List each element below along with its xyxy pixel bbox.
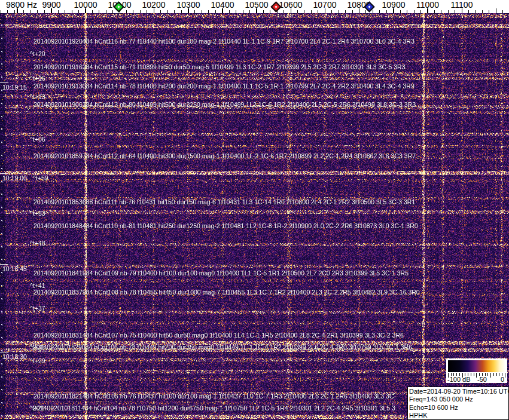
frequency-axis-ruler[interactable]: 9800 Hz990010000101001020010300104001050… — [0, 0, 509, 13]
info-observer-code: HPHK — [409, 412, 508, 419]
freq-axis-label: 10200 — [142, 0, 166, 10]
echo-log-line: 20140920101848484 hCnt110 nb-81 f10481 h… — [33, 223, 418, 229]
marker-center-dot — [275, 5, 277, 8]
info-frequency: Freq=143 050 000 Hz — [409, 396, 508, 403]
time-axis-label: 10:18:30 — [2, 354, 27, 360]
spectrogram-app-window: 9800 Hz990010000101001020010300104001050… — [0, 0, 509, 420]
spectrogram-waterfall[interactable] — [0, 13, 509, 420]
echo-log-line: 20140920101831484 hCnt107 nb-75 f10400 h… — [33, 332, 404, 339]
freq-axis-label: 11100 — [451, 0, 473, 10]
echo-log-line: 20140920101906284 hCnt113 nb-80 f10499 h… — [33, 102, 416, 108]
echo-time-marker: ^t+53 — [30, 210, 45, 217]
freq-axis-label: 10900 — [382, 0, 406, 10]
echo-log-line: 20140920101811484 hCnt104 nb-78 f10750 h… — [33, 405, 395, 412]
time-tick-line — [0, 173, 8, 174]
echo-log-line: 20140920101920484 hCnt116 nb-77 f10440 h… — [33, 38, 414, 45]
info-date-time: Date=2014-09-20 Time=10:16 UTC — [409, 388, 508, 396]
freq-axis-label: 10300 — [177, 0, 200, 10]
db-color-scale: -100 dB -50 0 — [446, 358, 507, 383]
time-tick-line — [0, 264, 8, 265]
echo-time-marker: ^t+06 — [30, 136, 45, 143]
freq-axis-label: 11000 — [416, 0, 439, 10]
echo-time-marker: ^t+48 — [30, 240, 45, 247]
echo-time-marker: ^t+29 — [30, 358, 45, 364]
colorbar-label-max: 0 — [501, 376, 504, 383]
marker-center-dot — [368, 5, 370, 8]
colorbar-gradient — [448, 360, 505, 372]
echo-log-line: 20140920101837984 hCnt108 nb-78 f10455 h… — [33, 289, 420, 296]
echo-log-line: 20140920101821484 hCnt105 nb-76 f10437 h… — [33, 393, 396, 400]
time-axis-label: 10:19:00 — [2, 175, 27, 182]
time-tick-line — [0, 82, 8, 83]
time-axis-label: 10:19:15 — [2, 84, 27, 91]
info-echo: Echo=10 600 Hz — [409, 404, 508, 412]
echo-log-line: 20140920101913084 hCnt114 nb-78 f10400 h… — [33, 83, 414, 90]
marker-center-dot — [117, 5, 120, 8]
echo-time-marker: ^t+59 — [33, 175, 48, 182]
freq-axis-label: 9900 — [42, 0, 60, 10]
time-tick-line — [0, 352, 8, 352]
freq-axis-label: 10400 — [211, 0, 234, 10]
echo-log-line: 20140920101859784 hCnt112 nb-64 f10400 h… — [33, 153, 416, 160]
echo-log-line: 20140920101853688 hCnt111 nb-76 f10431 h… — [33, 199, 415, 206]
echo-time-marker: ^t+13 — [30, 94, 45, 100]
status-info-box: Date=2014-09-20 Time=10:16 UTC Freq=143 … — [407, 387, 509, 420]
freq-axis-label: 10000 — [74, 0, 97, 10]
echo-time-marker: ^t+20 — [30, 51, 45, 57]
freq-axis-label: 10700 — [313, 0, 337, 10]
echo-time-marker: ^t+16 — [30, 75, 45, 82]
freq-axis-label: 10600 — [279, 0, 303, 10]
echo-log-line: 20140920101841984 hCnt109 nb-79 f10400 h… — [33, 270, 409, 277]
echo-log-line: 20140920101829084 hCnt106 nb-78 f10449 h… — [33, 344, 412, 351]
echo-time-marker: ^t+37 — [30, 305, 45, 312]
colorbar-label-min: -100 dB — [447, 376, 471, 383]
echo-log-line: 20140920101916284 hCnt115 nb-71 f10899 h… — [33, 64, 406, 70]
freq-axis-label: 10500 — [245, 0, 269, 10]
colorbar-label-mid: -50 — [477, 376, 487, 383]
time-axis-label: 10:18:45 — [2, 266, 27, 272]
freq-axis-label: 9800 Hz — [6, 0, 37, 10]
